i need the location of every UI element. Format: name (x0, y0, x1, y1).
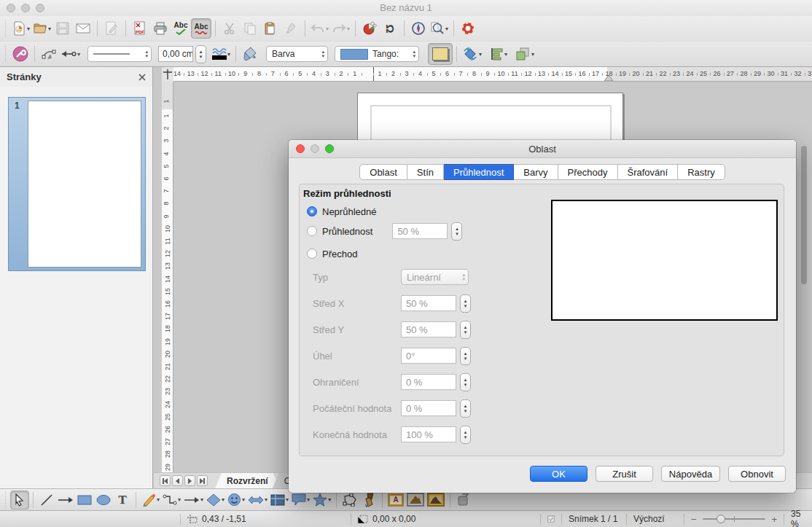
stepper-icon[interactable]: ▴▾ (459, 273, 468, 281)
stars-dropdown[interactable]: ▾ (328, 496, 331, 503)
styles-button[interactable] (10, 44, 31, 64)
gradient-value-stepper[interactable]: ▴▾ (460, 321, 471, 339)
line-width-input[interactable]: 0,00 cm (158, 46, 193, 62)
ellipse-tool-button[interactable] (94, 491, 113, 510)
vertical-ruler[interactable]: 1123456789101112131415161718192021222324… (162, 82, 173, 484)
paste-button[interactable] (260, 18, 281, 39)
print-button[interactable] (150, 18, 171, 39)
dialog-tab-4[interactable]: Barvy (514, 164, 558, 180)
dialog-zoom-button[interactable] (325, 144, 334, 153)
insert-image-button[interactable] (405, 491, 426, 510)
connector-tool-button[interactable]: ▾ (161, 491, 182, 510)
connector-dropdown[interactable]: ▾ (178, 496, 181, 503)
arrange-dropdown[interactable]: ▾ (531, 51, 534, 58)
clone-formatting-button[interactable] (281, 18, 301, 39)
zoom-percent-field[interactable]: 35 % (784, 509, 812, 527)
fontwork-button[interactable]: A (386, 491, 405, 510)
close-panel-icon[interactable] (138, 74, 146, 81)
redo-dropdown[interactable]: ▾ (347, 26, 350, 32)
gradient-type-select[interactable]: Lineární▴▾ (401, 269, 469, 285)
gallery-button[interactable] (426, 491, 446, 510)
gradient-value-stepper[interactable]: ▴▾ (460, 399, 471, 418)
new-document-dropdown[interactable]: ▾ (27, 26, 30, 32)
rotate-object-button[interactable] (454, 491, 473, 510)
spelling-button[interactable]: Abc (171, 18, 191, 39)
gradient-value-input[interactable]: 0 % (401, 400, 456, 416)
save-button[interactable] (52, 18, 73, 39)
transparency-value-stepper[interactable]: ▴▾ (451, 222, 462, 241)
gradient-value-stepper[interactable]: ▴▾ (460, 347, 471, 365)
reset-button[interactable]: Obnovit (728, 466, 786, 482)
toolbar-grip[interactable] (4, 492, 7, 508)
curve-dropdown[interactable]: ▾ (157, 496, 160, 503)
line-tool-button[interactable] (37, 491, 56, 510)
insert-chart-button[interactable] (359, 18, 380, 39)
arrow-style-button[interactable]: ▾ (59, 44, 82, 64)
edit-mode-button[interactable] (101, 18, 122, 39)
rectangle-tool-button[interactable] (75, 491, 94, 510)
open-dropdown[interactable]: ▾ (48, 26, 51, 32)
callouts-button[interactable]: ▾ (290, 491, 311, 510)
area-color-select[interactable]: Tango: ▴▾ (335, 46, 419, 62)
email-button[interactable] (73, 18, 93, 39)
cancel-button[interactable]: Zrušit (596, 466, 653, 482)
symbol-shapes-button[interactable]: ▾ (226, 491, 246, 510)
arrange-button[interactable]: ▾ (513, 44, 536, 64)
next-tab-button[interactable] (184, 475, 195, 486)
points-button[interactable] (340, 491, 359, 510)
copy-button[interactable] (240, 18, 260, 39)
line-color-dropdown[interactable]: ▾ (227, 51, 230, 58)
dialog-tab-6[interactable]: Šrafování (618, 164, 679, 180)
vertical-scrollbar[interactable] (801, 146, 807, 284)
radio-option-3[interactable] (307, 249, 317, 259)
area-style-button[interactable] (240, 44, 260, 64)
help-button-dialog[interactable]: Nápověda (661, 466, 720, 482)
line-width-stepper[interactable]: ▴▾ (195, 45, 206, 63)
lines-arrows-dropdown[interactable]: ▾ (200, 496, 203, 503)
lines-arrows-button[interactable]: ▾ (182, 491, 205, 510)
open-button[interactable]: ▾ (31, 18, 52, 39)
glue-points-button[interactable] (359, 491, 378, 510)
gradient-value-input[interactable]: 100 % (401, 426, 456, 442)
block-arrows-dropdown[interactable]: ▾ (265, 496, 268, 503)
block-arrows-button[interactable]: ▾ (246, 491, 269, 510)
basic-shapes-button[interactable]: ▾ (205, 491, 226, 510)
shadow-toggle-button[interactable] (428, 43, 453, 65)
gradient-value-input[interactable]: 50 % (401, 295, 456, 311)
zoom-button[interactable]: ▾ (429, 18, 450, 39)
undo-button[interactable]: ▾ (309, 18, 330, 39)
basic-shapes-dropdown[interactable]: ▾ (222, 496, 225, 503)
horizontal-ruler[interactable]: 1413121110987654321123456789101112131415… (173, 67, 812, 82)
first-tab-button[interactable] (160, 475, 171, 486)
flowchart-dropdown[interactable]: ▾ (286, 496, 289, 503)
tab-layout[interactable]: Rozvržení (215, 473, 280, 489)
special-character-button[interactable]: Ω (380, 18, 400, 39)
navigator-button[interactable] (408, 18, 429, 39)
transparency-value-input[interactable]: 50 % (392, 223, 448, 239)
dialog-close-button[interactable] (296, 144, 305, 153)
arrow-tool-button[interactable] (56, 491, 75, 510)
gradient-value-stepper[interactable]: ▴▾ (460, 294, 471, 313)
arrow-style-dropdown[interactable]: ▾ (77, 51, 80, 58)
prev-tab-button[interactable] (172, 475, 183, 486)
help-button[interactable] (458, 18, 478, 39)
line-color-button[interactable]: ▾ (211, 44, 232, 64)
redo-button[interactable]: ▾ (330, 18, 351, 39)
gradient-value-input[interactable]: 0 % (401, 374, 456, 390)
line-style-select[interactable]: ▴▾ (87, 46, 152, 62)
dialog-tab-1[interactable]: Oblast (359, 164, 407, 180)
export-pdf-button[interactable]: PDF (130, 18, 150, 39)
undo-dropdown[interactable]: ▾ (326, 26, 329, 32)
symbol-shapes-dropdown[interactable]: ▾ (242, 496, 245, 503)
select-tool-button[interactable] (10, 491, 29, 510)
flowchart-button[interactable]: ▾ (269, 491, 290, 510)
last-tab-button[interactable] (197, 475, 208, 486)
stars-button[interactable]: ▾ (311, 491, 332, 510)
slide-thumbnail-selected[interactable]: 1 (8, 97, 146, 271)
master-style-field[interactable]: Výchozí (627, 514, 684, 524)
toolbar-grip[interactable] (4, 20, 7, 36)
dialog-tab-3[interactable]: Průhlednost (444, 164, 514, 180)
toolbar-grip[interactable] (4, 46, 7, 62)
gradient-value-input[interactable]: 50 % (401, 321, 456, 337)
zoom-in-icon[interactable]: + (771, 514, 777, 525)
